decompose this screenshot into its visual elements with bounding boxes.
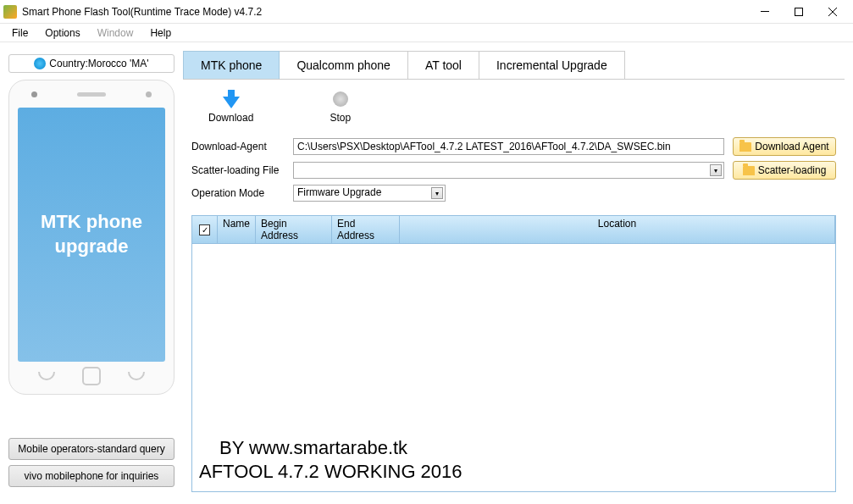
stop-button[interactable]: Stop [330, 90, 351, 124]
tab-at-tool[interactable]: AT tool [407, 51, 479, 79]
download-button[interactable]: Download [208, 90, 253, 124]
grid-col-end-address[interactable]: End Address [332, 216, 400, 243]
close-button[interactable] [816, 1, 850, 23]
scatter-loading-button[interactable]: Scatter-loading [733, 161, 836, 180]
grid-body: BY www.smartarabe.tk AFTOOL 4.7.2 WORKIN… [192, 244, 835, 491]
folder-icon [739, 142, 751, 152]
download-arrow-icon [223, 97, 240, 108]
scatter-loading-input[interactable]: ▾ [293, 162, 724, 179]
menu-window: Window [89, 25, 142, 41]
grid-col-begin-address[interactable]: Begin Address [256, 216, 332, 243]
title-bar: Smart Phone Flash Tool(Runtime Trace Mod… [0, 0, 853, 24]
minimize-button[interactable] [748, 1, 782, 23]
chevron-down-icon[interactable]: ▾ [710, 164, 722, 176]
watermark-line2: AFTOOL 4.7.2 WORKING 2016 [199, 460, 463, 485]
toolbar: Download Stop [183, 80, 845, 132]
watermark: BY www.smartarabe.tk AFTOOL 4.7.2 WORKIN… [199, 436, 463, 485]
grid-header: ✓ Name Begin Address End Address Locatio… [192, 216, 835, 244]
form-section: Download-Agent Download Agent Scatter-lo… [183, 132, 845, 212]
svg-rect-1 [795, 8, 803, 15]
tab-incremental-upgrade[interactable]: Incremental Upgrade [479, 51, 625, 79]
download-agent-input[interactable] [293, 138, 724, 155]
phone-mockup: MTK phone upgrade [8, 80, 174, 395]
tab-qualcomm-phone[interactable]: Qualcomm phone [279, 51, 408, 79]
window-title: Smart Phone Flash Tool(Runtime Trace Mod… [22, 6, 748, 18]
tabs: MTK phone Qualcomm phone AT tool Increme… [183, 51, 845, 80]
download-agent-label: Download-Agent [191, 141, 285, 152]
mobile-operators-button[interactable]: Mobile operators-standard query [8, 438, 174, 460]
grid-col-name[interactable]: Name [218, 216, 256, 243]
scatter-loading-label: Scatter-loading File [191, 164, 285, 176]
phone-home-icon [82, 367, 101, 385]
phone-camera [31, 91, 37, 97]
menu-file[interactable]: File [3, 25, 36, 41]
partition-grid: ✓ Name Begin Address End Address Locatio… [191, 215, 836, 492]
grid-col-location[interactable]: Location [400, 216, 835, 243]
download-label: Download [208, 112, 253, 124]
globe-icon [34, 58, 46, 69]
menu-options[interactable]: Options [36, 25, 88, 41]
stop-label: Stop [330, 112, 351, 124]
app-icon [3, 5, 17, 19]
chevron-down-icon[interactable]: ▾ [431, 187, 443, 199]
operation-mode-select[interactable]: Firmware Upgrade ▾ [293, 185, 446, 202]
country-badge: Country:Morocco 'MA' [8, 54, 174, 73]
vivo-inquiries-button[interactable]: vivo mobilephone for inquiries [8, 465, 174, 487]
stop-icon [333, 91, 348, 107]
operation-mode-label: Operation Mode [191, 187, 285, 199]
grid-checkbox-header[interactable]: ✓ [192, 216, 218, 243]
phone-sensor [146, 91, 152, 97]
menu-help[interactable]: Help [141, 25, 180, 41]
menu-bar: File Options Window Help [0, 24, 853, 42]
maximize-button[interactable] [782, 1, 816, 23]
left-panel: Country:Morocco 'MA' MTK phone upgrade M… [0, 42, 183, 504]
phone-back-icon [38, 372, 55, 380]
phone-speaker [77, 92, 106, 97]
tab-mtk-phone[interactable]: MTK phone [183, 51, 280, 79]
download-agent-button[interactable]: Download Agent [733, 137, 836, 156]
watermark-line1: BY www.smartarabe.tk [199, 436, 463, 461]
svg-rect-0 [761, 11, 769, 12]
folder-icon [743, 166, 755, 175]
phone-recent-icon [128, 372, 145, 380]
country-label: Country:Morocco 'MA' [49, 58, 148, 69]
right-panel: MTK phone Qualcomm phone AT tool Increme… [183, 42, 853, 504]
phone-screen: MTK phone upgrade [18, 108, 165, 362]
